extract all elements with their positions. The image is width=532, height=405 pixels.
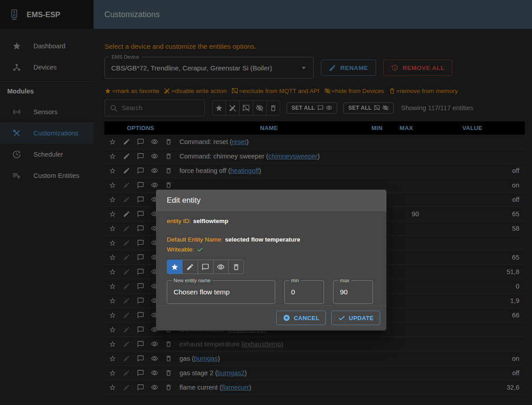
new-entity-name-input[interactable] bbox=[174, 288, 268, 296]
default-name-label: Default Entity Name: bbox=[167, 236, 223, 243]
entity-id-value: selflowtemp bbox=[193, 218, 228, 224]
update-button[interactable]: UPDATE bbox=[331, 311, 380, 325]
cancel-icon bbox=[282, 314, 291, 322]
dialog-title: Edit entity bbox=[156, 190, 386, 211]
trash-icon bbox=[232, 263, 240, 271]
mqtt-toggle-button[interactable] bbox=[198, 260, 213, 274]
entity-id-label: entity ID: bbox=[167, 218, 191, 224]
option-toggle-group bbox=[167, 260, 244, 274]
eye-icon bbox=[217, 263, 225, 271]
entity-id-line: entity ID: selflowtemp bbox=[167, 217, 376, 225]
writeable-line: Writeable: bbox=[167, 245, 376, 254]
max-field[interactable]: max bbox=[333, 280, 373, 304]
star-icon bbox=[171, 263, 179, 271]
writeable-label: Writeable: bbox=[167, 246, 194, 253]
message-icon bbox=[202, 263, 209, 271]
check-icon bbox=[338, 314, 346, 322]
new-entity-name-label: New entity name bbox=[172, 278, 212, 283]
check-icon bbox=[197, 246, 203, 253]
min-input[interactable] bbox=[291, 288, 317, 296]
edit-entity-dialog: Edit entity entity ID: selflowtemp Defau… bbox=[156, 190, 386, 331]
pencil-icon bbox=[186, 263, 194, 271]
default-name-value: selected flow temperature bbox=[225, 236, 301, 243]
new-entity-name-field[interactable]: New entity name bbox=[167, 280, 275, 304]
delete-toggle-button[interactable] bbox=[228, 260, 244, 274]
min-field[interactable]: min bbox=[284, 280, 324, 304]
visibility-toggle-button[interactable] bbox=[213, 260, 229, 274]
max-label: max bbox=[338, 278, 351, 283]
favorite-toggle-button[interactable] bbox=[167, 260, 183, 274]
cancel-button[interactable]: CANCEL bbox=[276, 311, 326, 325]
min-label: min bbox=[289, 278, 301, 283]
default-name-line: Default Entity Name: selected flow tempe… bbox=[167, 235, 376, 244]
edit-toggle-button[interactable] bbox=[182, 260, 198, 274]
max-input[interactable] bbox=[340, 288, 366, 296]
